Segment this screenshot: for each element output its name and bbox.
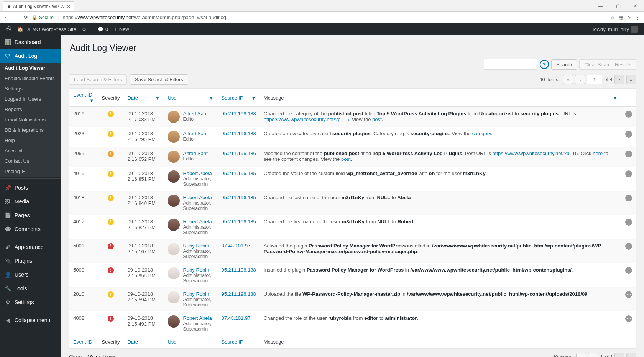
menu-users[interactable]: 👤Users bbox=[0, 268, 61, 282]
secure-indicator[interactable]: 🔒 Secure bbox=[32, 15, 54, 20]
extension-icon[interactable]: ▦ bbox=[619, 15, 623, 20]
comments-link[interactable]: 💬0 bbox=[94, 23, 111, 35]
ip-link[interactable]: 95.211.196.186 bbox=[221, 151, 256, 156]
first-page[interactable]: « bbox=[563, 75, 573, 84]
user-link[interactable]: Alfred Sant bbox=[183, 131, 207, 136]
submenu-account[interactable]: Account bbox=[0, 146, 61, 156]
message-link[interactable]: here bbox=[593, 151, 603, 156]
next-page[interactable]: › bbox=[614, 353, 624, 357]
menu-comments[interactable]: 💬Comments bbox=[0, 222, 61, 236]
ip-link[interactable]: 37.48.101.97 bbox=[221, 315, 250, 321]
more-icon[interactable]: ⋯ bbox=[625, 315, 632, 322]
my-account[interactable]: Howdy, m3rl1nKy bbox=[587, 23, 641, 35]
menu-appearance[interactable]: 🖌Appearance bbox=[0, 240, 61, 254]
filter-icon[interactable]: ▼ bbox=[155, 95, 160, 101]
user-link[interactable]: Alfred Sant bbox=[183, 111, 207, 116]
more-icon[interactable]: ⋯ bbox=[625, 151, 632, 157]
col-user-foot[interactable]: User bbox=[164, 336, 217, 348]
col-user[interactable]: User▼ bbox=[164, 89, 217, 107]
menu-pages[interactable]: 📄Pages bbox=[0, 208, 61, 222]
new-content-link[interactable]: +New bbox=[111, 23, 132, 35]
prev-page[interactable]: ‹ bbox=[588, 353, 598, 357]
menu-media[interactable]: 🖼Media bbox=[0, 195, 61, 208]
load-filters-button[interactable]: Load Search & Filters bbox=[69, 74, 127, 85]
menu-icon[interactable]: ⋮ bbox=[635, 15, 640, 20]
filter-icon[interactable]: ▼ bbox=[613, 95, 618, 101]
first-page[interactable]: « bbox=[576, 353, 586, 357]
user-link[interactable]: Ruby Robin bbox=[183, 267, 214, 273]
more-icon[interactable]: ⋯ bbox=[625, 219, 632, 226]
window-minimize[interactable]: — bbox=[592, 0, 610, 11]
menu-plugins[interactable]: 🔌Plugins bbox=[0, 254, 61, 268]
search-input[interactable] bbox=[484, 59, 537, 70]
user-link[interactable]: Robert Abela bbox=[183, 195, 214, 200]
collapse-menu[interactable]: ◀Collapse menu bbox=[0, 313, 61, 327]
submenu-settings[interactable]: Settings bbox=[0, 84, 61, 94]
more-icon[interactable]: ⋯ bbox=[625, 170, 632, 177]
message-link[interactable]: https://www.wpwhitesecurity.net/?p=15 bbox=[493, 151, 578, 156]
next-page[interactable]: › bbox=[614, 75, 624, 84]
message-link[interactable]: post bbox=[372, 116, 382, 122]
user-link[interactable]: Robert Abela bbox=[183, 170, 214, 176]
menu-posts[interactable]: 📌Posts bbox=[0, 181, 61, 195]
more-icon[interactable]: ⋯ bbox=[625, 267, 632, 274]
last-page[interactable]: » bbox=[626, 75, 636, 84]
window-maximize[interactable]: ▢ bbox=[610, 0, 627, 11]
prev-page[interactable]: ‹ bbox=[575, 75, 585, 84]
clear-search-button[interactable]: Clear Search Results bbox=[579, 59, 636, 70]
submenu-email[interactable]: Email Notifications bbox=[0, 115, 61, 125]
site-name-link[interactable]: 🏠DEMO WordPress Site bbox=[14, 23, 79, 35]
col-date-foot[interactable]: Date bbox=[123, 336, 164, 348]
reload-button[interactable]: ⟳ bbox=[24, 15, 28, 20]
more-icon[interactable]: ⋯ bbox=[625, 131, 632, 138]
filter-icon[interactable]: ▼ bbox=[89, 98, 94, 103]
ip-link[interactable]: 95.211.196.185 bbox=[221, 219, 256, 224]
extension-icon-2[interactable]: ⇲ bbox=[627, 15, 631, 20]
ip-link[interactable]: 95.211.196.188 bbox=[221, 291, 256, 297]
user-link[interactable]: Ruby Robin bbox=[183, 291, 214, 297]
address-bar[interactable]: https://www.wpwhitesecurity.net/wp-admin… bbox=[62, 15, 606, 20]
menu-settings[interactable]: ⚙Settings bbox=[0, 295, 61, 309]
submenu-reports[interactable]: Reports bbox=[0, 104, 61, 115]
more-icon[interactable]: ⋯ bbox=[625, 195, 632, 201]
filter-icon[interactable]: ▼ bbox=[251, 95, 256, 101]
menu-dashboard[interactable]: 📊Dashboard bbox=[0, 35, 61, 49]
ip-link[interactable]: 95.211.196.185 bbox=[221, 170, 256, 176]
ip-link[interactable]: 95.211.196.185 bbox=[221, 195, 256, 200]
user-link[interactable]: Robert Abela bbox=[183, 219, 214, 224]
col-source-ip-foot[interactable]: Source IP bbox=[217, 336, 260, 348]
window-close[interactable]: ✕ bbox=[627, 0, 644, 11]
ip-link[interactable]: 95.211.196.188 bbox=[221, 111, 256, 116]
help-button[interactable]: ? bbox=[540, 60, 549, 69]
more-icon[interactable]: ⋯ bbox=[625, 291, 632, 298]
submenu-help[interactable]: Help bbox=[0, 135, 61, 146]
save-filters-button[interactable]: Save Search & Filters bbox=[130, 74, 188, 85]
submenu-db[interactable]: DB & Integrations bbox=[0, 125, 61, 135]
col-event-id[interactable]: Event ID▼ bbox=[69, 89, 98, 107]
user-link[interactable]: Ruby Robin bbox=[183, 243, 214, 249]
menu-tools[interactable]: 🔧Tools bbox=[0, 282, 61, 295]
message-link[interactable]: category bbox=[472, 131, 491, 136]
browser-tab[interactable]: ◆ Audit Log Viewer ‹ WP W × bbox=[3, 1, 74, 11]
tab-close-icon[interactable]: × bbox=[67, 3, 70, 10]
submenu-logged-in[interactable]: Logged In Users bbox=[0, 94, 61, 104]
star-icon[interactable]: ☆ bbox=[610, 15, 615, 20]
col-source-ip[interactable]: Source IP▼ bbox=[217, 89, 260, 107]
filter-icon[interactable]: ▼ bbox=[209, 95, 214, 101]
message-link[interactable]: https://www.wpwhitesecurity.net/?p=15 bbox=[264, 116, 349, 122]
menu-audit-log[interactable]: 🛡Audit Log bbox=[0, 49, 61, 63]
submenu-events[interactable]: Enable/Disable Events bbox=[0, 73, 61, 84]
user-link[interactable]: Robert Abela bbox=[183, 315, 214, 321]
last-page[interactable]: » bbox=[626, 353, 636, 357]
page-input[interactable] bbox=[587, 75, 602, 84]
updates-link[interactable]: ⟳1 bbox=[79, 23, 94, 35]
ip-link[interactable]: 37.48.101.97 bbox=[221, 243, 250, 249]
wp-logo[interactable]: ⓦ bbox=[3, 23, 14, 35]
more-icon[interactable]: ⋯ bbox=[625, 243, 632, 250]
forward-button[interactable]: → bbox=[14, 14, 20, 21]
ip-link[interactable]: 95.211.196.188 bbox=[221, 131, 256, 136]
submenu-viewer[interactable]: Audit Log Viewer bbox=[0, 63, 61, 73]
more-icon[interactable]: ⋯ bbox=[625, 111, 632, 118]
message-link[interactable]: post bbox=[341, 156, 351, 162]
ip-link[interactable]: 95.211.196.188 bbox=[221, 267, 256, 273]
